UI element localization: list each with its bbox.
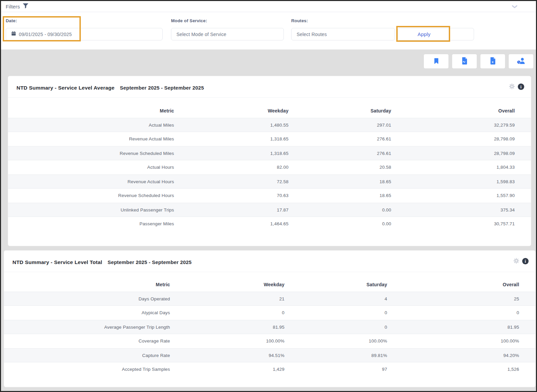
table-cell: Unlinked Passenger Trips	[8, 203, 174, 217]
table-row: Average Passenger Trip Length81.95081.95	[4, 320, 535, 334]
ntd-summary-average-card: NTD Summary - Service Level Average Sept…	[8, 76, 531, 246]
table-row: Revenue Actual Hours72.5818.651,598.83	[8, 174, 531, 189]
table-cell: 28,798.09	[391, 146, 515, 160]
routes-filter-group: Routes: Select Routes	[291, 12, 395, 23]
gear-icon[interactable]	[513, 258, 519, 265]
export-toolbar: x	[424, 54, 533, 68]
table-row: Days Operated21425	[4, 292, 535, 306]
table-cell: Atypical Days	[4, 306, 170, 320]
table-cell: Revenue Scheduled Miles	[8, 146, 174, 160]
info-icon[interactable]: i	[522, 258, 529, 264]
table-cell: 0	[170, 306, 284, 320]
table-cell: 100.00%	[170, 334, 284, 348]
bookmark-icon	[433, 57, 440, 66]
date-range-value: 09/01/2025 - 09/30/2025	[19, 32, 72, 37]
table-cell: 375.34	[391, 203, 515, 217]
table-cell: 0	[387, 306, 519, 320]
card-period: September 2025 - September 2025	[107, 259, 192, 265]
table-cell: 100.00%	[387, 334, 519, 348]
table-cell: Revenue Scheduled Hours	[8, 189, 174, 203]
table-cell: 0.00	[289, 203, 391, 217]
table-cell: 276.61	[289, 146, 391, 160]
date-filter-group: Date: 09/01/2025 - 09/30/2025	[6, 12, 163, 23]
metrics-table: MetricWeekdaySaturdayOverallDays Operate…	[4, 277, 535, 377]
card-header: NTD Summary - Service Level Total Septem…	[4, 251, 535, 272]
svg-text:x: x	[492, 60, 494, 64]
table-cell: 25	[387, 292, 519, 305]
card-title: NTD Summary - Service Level Total	[12, 259, 102, 265]
table-cell: 30,757.71	[391, 217, 515, 231]
calendar-icon	[11, 31, 16, 37]
table-row: Revenue Scheduled Hours70.6318.651,557.9…	[8, 189, 531, 203]
bookmark-button[interactable]	[424, 54, 448, 68]
table-cell: 18.65	[289, 189, 391, 203]
table-row: Revenue Scheduled Miles1,318.65276.6128,…	[8, 146, 531, 160]
filters-title: Filters	[6, 4, 20, 9]
mode-of-service-placeholder: Select Mode of Service	[176, 32, 226, 37]
routes-label: Routes:	[291, 18, 395, 23]
table-cell: 94.20%	[387, 349, 519, 362]
filter-controls: Date: 09/01/2025 - 09/30/2025 Mode of Se…	[1, 12, 536, 50]
table-cell: 20.58	[289, 160, 391, 174]
metrics-table: MetricWeekdaySaturdayOverallActual Miles…	[8, 104, 531, 231]
gear-icon[interactable]	[509, 84, 515, 91]
column-header: Metric	[4, 277, 170, 292]
table-cell: 70.63	[174, 189, 289, 203]
table-row: Revenue Actual Miles1,318.65276.6128,798…	[8, 132, 531, 146]
table-cell: 32,279.59	[391, 118, 515, 132]
date-label: Date:	[6, 18, 163, 23]
share-report-button[interactable]	[509, 54, 533, 68]
table-cell: 1,598.83	[391, 175, 515, 188]
table-cell: Accepted Trip Samples	[4, 362, 170, 377]
table-cell: 18.65	[289, 175, 391, 188]
card-title: NTD Summary - Service Level Average	[16, 85, 114, 91]
apply-button[interactable]: Apply	[398, 28, 474, 40]
table-cell: 1,318.65	[174, 146, 289, 160]
table-header-row: MetricWeekdaySaturdayOverall	[4, 277, 535, 292]
pdf-export-icon	[461, 57, 468, 66]
table-row: Actual Miles1,480.55297.0132,279.59	[8, 118, 531, 132]
mode-of-service-select[interactable]: Select Mode of Service	[171, 28, 284, 40]
table-cell: 0.00	[289, 217, 391, 231]
filters-header-bar: Filters	[1, 1, 536, 12]
date-range-input[interactable]: 09/01/2025 - 09/30/2025	[6, 28, 163, 40]
table-cell: 297.01	[289, 118, 391, 132]
routes-select[interactable]: Select Routes	[291, 28, 395, 40]
table-cell: Capture Rate	[4, 349, 170, 362]
column-header: Metric	[8, 104, 174, 118]
table-cell: 1,464.65	[174, 217, 289, 231]
table-cell: Revenue Actual Miles	[8, 132, 174, 146]
excel-export-icon: x	[490, 57, 496, 66]
export-pdf-button[interactable]	[452, 54, 477, 68]
table-cell: Days Operated	[4, 292, 170, 305]
table-cell: 0	[284, 320, 387, 334]
column-header: Saturday	[289, 104, 391, 118]
table-row: Atypical Days000	[4, 306, 535, 320]
column-header: Weekday	[170, 277, 284, 292]
table-row: Passenger Miles1,464.650.0030,757.71	[8, 217, 531, 231]
table-cell: Coverage Rate	[4, 334, 170, 348]
table-cell: 72.58	[174, 175, 289, 188]
mode-of-service-label: Mode of Service:	[171, 18, 284, 23]
table-cell: 81.95	[170, 320, 284, 334]
info-icon[interactable]: i	[518, 84, 524, 90]
table-cell: 17.87	[174, 203, 289, 217]
card-header: NTD Summary - Service Level Average Sept…	[8, 76, 531, 98]
chevron-down-icon[interactable]	[512, 4, 517, 10]
table-cell: 21	[170, 292, 284, 305]
table-cell: 97	[284, 362, 387, 377]
column-header: Weekday	[174, 104, 289, 118]
table-cell: 89.81%	[284, 349, 387, 362]
export-excel-button[interactable]: x	[480, 54, 505, 68]
table-row: Actual Hours82.0020.581,804.33	[8, 160, 531, 174]
table-cell: Passenger Miles	[8, 217, 174, 231]
filters-section: Filters Date: 09/01/2025 - 09/30/2025 Mo…	[1, 1, 536, 50]
table-cell: Actual Miles	[8, 118, 174, 132]
table-cell: 1,318.65	[174, 132, 289, 146]
share-report-icon	[517, 57, 526, 66]
table-cell: 94.51%	[170, 349, 284, 362]
card-period: September 2025 - September 2025	[120, 85, 204, 91]
table-cell: 1,480.55	[174, 118, 289, 132]
table-header-row: MetricWeekdaySaturdayOverall	[8, 104, 531, 118]
table-cell: Actual Hours	[8, 160, 174, 174]
